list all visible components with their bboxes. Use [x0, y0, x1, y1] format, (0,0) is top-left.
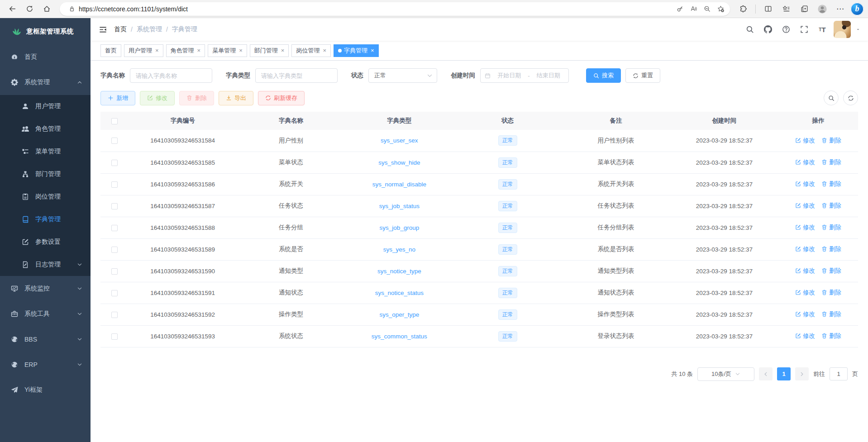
row-edit-button[interactable]: 修改	[795, 158, 815, 166]
tab-首页[interactable]: 首页	[100, 44, 121, 57]
row-checkbox[interactable]	[111, 268, 118, 275]
next-page-button[interactable]	[795, 367, 809, 380]
breadcrumb-item[interactable]: 首页	[114, 25, 127, 33]
fullscreen-button[interactable]	[797, 23, 811, 36]
tab-部门管理[interactable]: 部门管理×	[250, 44, 289, 57]
sidebar-item-home[interactable]: 首页	[0, 44, 91, 70]
export-button[interactable]: 导出	[219, 91, 253, 105]
github-link[interactable]	[761, 23, 775, 36]
prev-page-button[interactable]	[759, 367, 773, 380]
sidebar-item-menu[interactable]: 菜单管理	[0, 140, 91, 163]
split-screen-button[interactable]	[760, 2, 776, 16]
header-search-button[interactable]	[743, 23, 757, 36]
row-delete-button[interactable]: 删除	[821, 137, 841, 145]
sidebar-fold-button[interactable]	[97, 24, 109, 35]
password-manager-button[interactable]	[673, 3, 687, 15]
tab-岗位管理[interactable]: 岗位管理×	[291, 44, 331, 57]
add-button[interactable]: 新增	[100, 91, 135, 105]
row-delete-button[interactable]: 删除	[821, 223, 841, 232]
favorites-bar-button[interactable]	[778, 2, 794, 16]
extensions-button[interactable]	[735, 2, 751, 16]
row-delete-button[interactable]: 删除	[821, 310, 841, 318]
browser-reload-button[interactable]	[22, 2, 37, 16]
sidebar-item-dict[interactable]: 字典管理	[0, 208, 91, 231]
row-delete-button[interactable]: 删除	[821, 267, 841, 275]
bing-chat-button[interactable]: b	[851, 3, 863, 15]
dict-type-link[interactable]: sys_user_sex	[381, 137, 418, 144]
dict-type-link[interactable]: sys_notice_type	[377, 268, 421, 275]
font-size-button[interactable]: TT	[816, 23, 829, 36]
sidebar-item-erp[interactable]: ERP	[0, 352, 91, 377]
sidebar-item-yi[interactable]: Yi框架	[0, 377, 91, 403]
tab-close-icon[interactable]: ×	[239, 47, 243, 54]
row-delete-button[interactable]: 删除	[821, 245, 841, 253]
dict-type-link[interactable]: sys_oper_type	[379, 311, 419, 318]
browser-home-button[interactable]	[39, 2, 54, 16]
tab-close-icon[interactable]: ×	[281, 47, 285, 54]
dict-type-link[interactable]: sys_show_hide	[378, 159, 420, 166]
sidebar-item-log[interactable]: 日志管理	[0, 253, 91, 276]
row-checkbox[interactable]	[111, 203, 118, 209]
sidebar-item-post[interactable]: 岗位管理	[0, 185, 91, 208]
sidebar-item-system[interactable]: 系统管理	[0, 70, 91, 95]
row-checkbox[interactable]	[111, 225, 118, 231]
row-edit-button[interactable]: 修改	[795, 332, 815, 340]
row-delete-button[interactable]: 删除	[821, 158, 841, 166]
app-logo[interactable]: 意框架管理系统	[0, 18, 91, 44]
row-checkbox[interactable]	[111, 333, 118, 340]
tab-close-icon[interactable]: ×	[155, 47, 159, 54]
goto-page-input[interactable]	[830, 367, 848, 380]
dict-type-link[interactable]: sys_yes_no	[383, 246, 415, 253]
row-checkbox[interactable]	[111, 312, 118, 318]
tab-close-icon[interactable]: ×	[197, 47, 201, 54]
delete-button[interactable]: 删除	[179, 91, 214, 105]
site-security-button[interactable]	[65, 3, 79, 15]
dict-type-link[interactable]: sys_job_group	[379, 224, 419, 231]
row-checkbox[interactable]	[111, 138, 118, 144]
tab-角色管理[interactable]: 角色管理×	[166, 44, 205, 57]
dict-type-link[interactable]: sys_common_status	[372, 333, 427, 340]
refresh-cache-button[interactable]: 刷新缓存	[258, 91, 305, 105]
status-select[interactable]: 正常	[368, 68, 437, 83]
row-delete-button[interactable]: 删除	[821, 180, 841, 188]
sidebar-item-dept[interactable]: 部门管理	[0, 163, 91, 185]
tab-close-icon[interactable]: ×	[371, 47, 374, 54]
page-number-current[interactable]: 1	[777, 367, 791, 380]
sidebar-item-bbs[interactable]: BBS	[0, 327, 91, 352]
row-checkbox[interactable]	[111, 290, 118, 296]
user-avatar[interactable]	[834, 21, 851, 38]
dict-type-input[interactable]	[255, 68, 338, 83]
tab-用户管理[interactable]: 用户管理×	[124, 44, 163, 57]
sidebar-item-monitor[interactable]: 系统监控	[0, 276, 91, 301]
date-range-picker[interactable]: 开始日期 - 结束日期	[480, 68, 569, 83]
browser-profile-button[interactable]	[815, 2, 830, 16]
row-delete-button[interactable]: 删除	[821, 332, 841, 340]
select-all-checkbox[interactable]	[111, 118, 118, 124]
row-edit-button[interactable]: 修改	[795, 180, 815, 188]
refresh-table-button[interactable]	[843, 90, 858, 105]
edit-button[interactable]: 修改	[140, 91, 175, 105]
tab-close-icon[interactable]: ×	[323, 47, 326, 54]
zoom-out-button[interactable]	[700, 3, 714, 15]
read-aloud-button[interactable]	[687, 3, 700, 15]
add-favorite-button[interactable]	[714, 3, 727, 15]
toggle-search-button[interactable]	[824, 90, 839, 105]
reset-button[interactable]: 重置	[625, 68, 660, 83]
address-bar[interactable]: https://ccnetcore.com:1101/system/dict	[60, 2, 730, 16]
row-checkbox[interactable]	[111, 247, 118, 253]
row-checkbox[interactable]	[111, 160, 118, 166]
collections-button[interactable]	[796, 2, 812, 16]
dict-type-link[interactable]: sys_notice_status	[375, 290, 424, 296]
avatar-caret-down-icon[interactable]	[855, 27, 861, 32]
row-edit-button[interactable]: 修改	[795, 267, 815, 275]
row-edit-button[interactable]: 修改	[795, 310, 815, 318]
row-delete-button[interactable]: 删除	[821, 202, 841, 210]
url-text[interactable]: https://ccnetcore.com:1101/system/dict	[79, 5, 673, 13]
tab-字典管理[interactable]: 字典管理×	[334, 44, 379, 57]
row-edit-button[interactable]: 修改	[795, 202, 815, 210]
sidebar-item-config[interactable]: 参数设置	[0, 231, 91, 253]
row-edit-button[interactable]: 修改	[795, 223, 815, 232]
sidebar-item-user[interactable]: 用户管理	[0, 95, 91, 118]
row-edit-button[interactable]: 修改	[795, 245, 815, 253]
row-edit-button[interactable]: 修改	[795, 137, 815, 145]
